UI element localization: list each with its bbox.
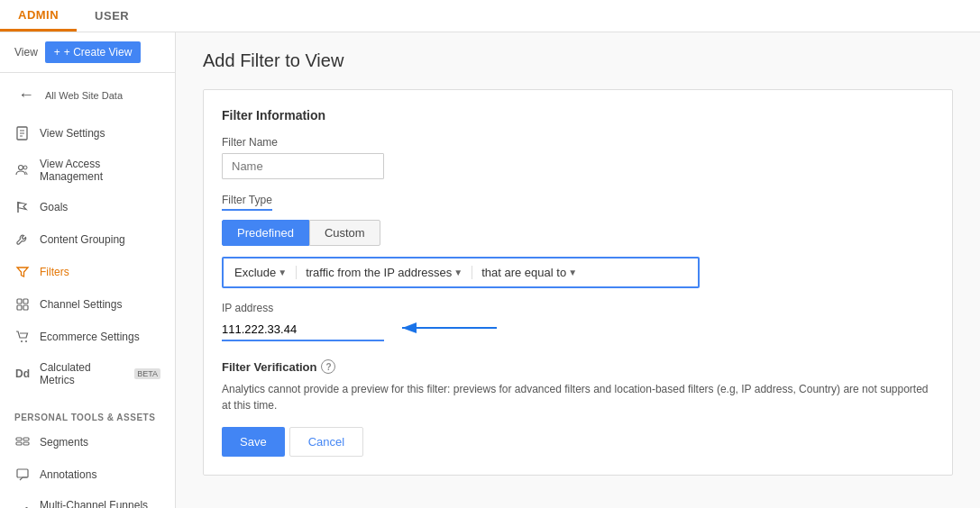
sidebar-item-segments[interactable]: Segments (0, 426, 175, 458)
sidebar-item-calculated-metrics[interactable]: Dd Calculated Metrics BETA (0, 353, 175, 395)
action-buttons: Save Cancel (222, 427, 934, 457)
info-tooltip-text: ? (325, 362, 331, 372)
flag-icon (14, 199, 31, 215)
cancel-button[interactable]: Cancel (289, 427, 363, 457)
sidebar-item-content-grouping[interactable]: Content Grouping (0, 223, 175, 256)
content-grouping-label: Content Grouping (40, 233, 125, 246)
svg-rect-17 (17, 469, 28, 477)
arrow-indicator (398, 319, 506, 337)
svg-point-12 (25, 340, 27, 342)
condition-chevron[interactable]: ▼ (568, 268, 577, 277)
svg-point-4 (19, 166, 23, 170)
create-view-label: + Create View (64, 46, 133, 59)
filter-name-label: Filter Name (222, 136, 934, 149)
top-navigation: ADMIN USER (0, 0, 980, 32)
filter-row: Exclude ▼ traffic from the IP addresses … (222, 257, 700, 288)
save-button[interactable]: Save (222, 427, 285, 457)
back-button[interactable]: ← (7, 78, 45, 112)
filter-info-title: Filter Information (222, 108, 934, 122)
back-arrow-icon: ← (18, 86, 34, 104)
filter-type-label: Filter Type (222, 194, 272, 206)
personal-tools-section: PERSONAL TOOLS & ASSETS Segments Annotat… (0, 400, 175, 508)
annotations-icon (14, 467, 31, 483)
ip-address-input[interactable] (222, 319, 384, 341)
multi-channel-label: Multi-Channel Funnels Settings (40, 499, 160, 508)
goals-label: Goals (40, 201, 68, 213)
condition-value: that are equal to (481, 266, 566, 279)
sidebar: View + + Create View ← All Web Site Data… (0, 32, 176, 508)
filters-label: Filters (40, 266, 69, 278)
create-view-button[interactable]: + + Create View (45, 41, 142, 63)
source-wrap: traffic from the IP addresses ▼ (306, 266, 472, 279)
filter-verification-title: Filter Verification ? (222, 359, 934, 374)
cart-icon (14, 329, 31, 345)
filter-icon (14, 264, 31, 280)
ip-address-label: IP address (222, 302, 384, 314)
channel-settings-label: Channel Settings (40, 298, 122, 311)
filter-name-input[interactable] (222, 153, 384, 179)
svg-rect-16 (23, 442, 29, 445)
exclude-wrap: Exclude ▼ (234, 266, 297, 279)
main-content: Add Filter to View Filter Information Fi… (176, 32, 980, 508)
ip-section: IP address (222, 302, 934, 341)
svg-rect-8 (23, 299, 28, 304)
source-chevron[interactable]: ▼ (453, 268, 463, 277)
info-icon[interactable]: ? (321, 359, 335, 374)
tab-custom[interactable]: Custom (309, 220, 380, 246)
verification-description: Analytics cannot provide a preview for t… (222, 381, 934, 413)
svg-point-5 (23, 166, 27, 169)
exclude-value: Exclude (234, 266, 276, 279)
nav-user[interactable]: USER (77, 0, 147, 32)
view-access-label: View Access Management (40, 158, 160, 183)
svg-rect-13 (16, 438, 22, 440)
svg-rect-15 (23, 438, 29, 440)
sidebar-item-channel-settings[interactable]: Channel Settings (0, 288, 175, 321)
segments-icon (14, 434, 31, 450)
svg-rect-14 (16, 442, 22, 445)
exclude-chevron[interactable]: ▼ (278, 268, 287, 277)
sidebar-item-view-access[interactable]: View Access Management (0, 150, 175, 191)
doc-icon (14, 125, 31, 141)
calculated-metrics-label: Calculated Metrics (40, 361, 122, 386)
calculated-metrics-beta: BETA (134, 368, 160, 379)
annotations-label: Annotations (40, 468, 96, 481)
filter-type-section: Filter Type Predefined Custom Exclude ▼ … (222, 193, 934, 341)
source-value: traffic from the IP addresses (306, 266, 452, 279)
svg-point-11 (21, 340, 23, 342)
multichannel-icon (14, 503, 31, 508)
sidebar-main-items: View Settings View Access Management Goa… (0, 112, 175, 400)
view-label: View (14, 46, 38, 59)
svg-rect-9 (17, 305, 22, 310)
ecommerce-label: Ecommerce Settings (40, 331, 140, 343)
sidebar-item-multi-channel[interactable]: Multi-Channel Funnels Settings (0, 491, 175, 508)
sidebar-item-view-settings[interactable]: View Settings (0, 117, 175, 150)
tab-predefined[interactable]: Predefined (222, 220, 309, 246)
filter-verification-section: Filter Verification ? Analytics cannot p… (222, 359, 934, 413)
sidebar-item-annotations[interactable]: Annotations (0, 458, 175, 491)
svg-rect-10 (23, 305, 28, 310)
people-icon (14, 162, 31, 178)
sidebar-item-ecommerce[interactable]: Ecommerce Settings (0, 321, 175, 353)
back-section: ← All Web Site Data (0, 73, 175, 112)
filter-type-tabs: Predefined Custom (222, 220, 934, 246)
dd-icon: Dd (14, 366, 31, 382)
svg-rect-7 (17, 299, 22, 304)
main-layout: View + + Create View ← All Web Site Data… (0, 32, 980, 508)
channel-icon (14, 296, 31, 313)
plus-icon: + (54, 46, 60, 59)
personal-tools-label: PERSONAL TOOLS & ASSETS (0, 405, 175, 426)
sidebar-view-header: View + + Create View (0, 32, 175, 73)
verification-title-text: Filter Verification (222, 360, 316, 374)
sidebar-item-filters[interactable]: Filters (0, 256, 175, 288)
segments-label: Segments (40, 436, 88, 449)
sidebar-item-goals[interactable]: Goals (0, 191, 175, 223)
nav-admin[interactable]: ADMIN (0, 0, 77, 32)
all-web-site-data: All Web Site Data (45, 90, 123, 101)
filter-information-card: Filter Information Filter Name Filter Ty… (203, 89, 953, 476)
arrow-svg (398, 319, 506, 337)
page-title: Add Filter to View (203, 50, 953, 71)
condition-wrap: that are equal to ▼ (481, 266, 586, 279)
wrench-icon (14, 231, 31, 248)
view-settings-label: View Settings (40, 127, 105, 140)
